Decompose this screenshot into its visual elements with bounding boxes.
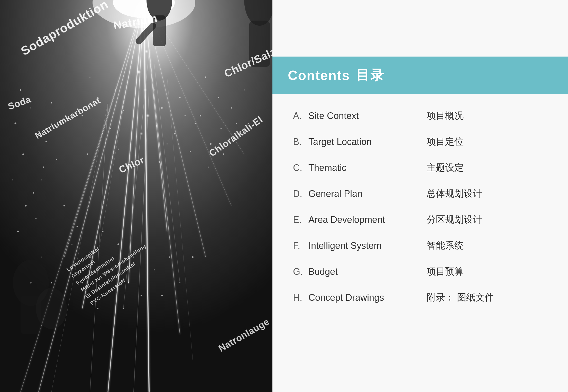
item-name-cn-d: 总体规划设计: [427, 187, 482, 200]
item-name-en-a: Site Context: [308, 111, 406, 121]
right-content-panel: Contents 目录 A. Site Context 项目概况 B. Targ…: [272, 0, 568, 392]
header-title-en: Contents: [288, 68, 350, 83]
item-letter-f: F.: [293, 240, 308, 251]
item-name-en-e: Area Development: [308, 214, 406, 225]
item-name-cn-h: 附录： 图纸文件: [427, 291, 494, 304]
item-name-cn-e: 分区规划设计: [427, 213, 482, 226]
background-image: [0, 0, 272, 392]
left-image-panel: Sodaproduktion Natrium Chlor/Salz Soda N…: [0, 0, 272, 392]
list-item: A. Site Context 项目概况: [293, 110, 547, 122]
item-letter-g: G.: [293, 266, 308, 277]
header-title-cn: 目录: [356, 66, 385, 84]
item-letter-h: H.: [293, 292, 308, 303]
contents-header: Contents 目录: [272, 57, 568, 94]
item-name-en-h: Concept Drawings: [308, 292, 406, 303]
contents-list: A. Site Context 项目概况 B. Target Location …: [272, 94, 568, 392]
list-item: C. Thematic 主题设定: [293, 161, 547, 174]
item-name-en-b: Target Location: [308, 136, 406, 147]
item-name-cn-g: 项目预算: [427, 265, 464, 278]
item-letter-b: B.: [293, 136, 308, 147]
list-item: D. General Plan 总体规划设计: [293, 187, 547, 200]
list-item: G. Budget 项目预算: [293, 265, 547, 278]
item-name-en-c: Thematic: [308, 162, 406, 173]
item-letter-a: A.: [293, 111, 308, 121]
item-letter-c: C.: [293, 162, 308, 173]
list-item: F. Intelligent System 智能系统: [293, 239, 547, 252]
item-name-en-f: Intelligent System: [308, 240, 406, 251]
item-name-en-g: Budget: [308, 266, 406, 277]
list-item: H. Concept Drawings 附录： 图纸文件: [293, 291, 547, 304]
item-name-cn-c: 主题设定: [427, 161, 464, 174]
item-letter-d: D.: [293, 188, 308, 199]
item-name-cn-f: 智能系统: [427, 239, 464, 252]
item-name-cn-a: 项目概况: [427, 110, 464, 122]
item-letter-e: E.: [293, 214, 308, 225]
list-item: E. Area Development 分区规划设计: [293, 213, 547, 226]
item-name-en-d: General Plan: [308, 188, 406, 199]
list-item: B. Target Location 项目定位: [293, 135, 547, 148]
item-name-cn-b: 项目定位: [427, 135, 464, 148]
